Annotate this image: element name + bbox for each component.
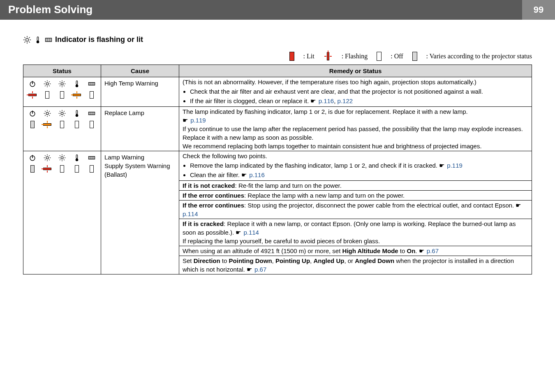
status-bottom-icon: [28, 90, 37, 101]
page-link[interactable]: p.67: [254, 266, 266, 273]
legend-flash-swatch: [324, 51, 333, 61]
remedy-line: If the error continues: Replace the lamp…: [183, 191, 528, 200]
status-bottom-icon: [75, 121, 79, 130]
svg-line-53: [49, 115, 50, 116]
status-top-icon: [58, 80, 66, 88]
status-cell: [23, 107, 101, 151]
status-top-icon: [88, 154, 96, 162]
svg-line-62: [64, 115, 65, 116]
page-link[interactable]: p.119: [190, 117, 206, 124]
svg-rect-37: [76, 81, 77, 85]
page-link[interactable]: p.122: [338, 97, 353, 104]
svg-point-84: [61, 157, 63, 159]
svg-line-92: [64, 155, 65, 156]
status-bottom-icon: [90, 91, 94, 101]
status-top-icon: [43, 154, 51, 162]
page-link[interactable]: p.114: [243, 229, 259, 236]
remedy-line: If the error continues: Stop using the p…: [183, 201, 528, 218]
status-top-icon: [28, 154, 37, 162]
svg-point-75: [46, 157, 49, 159]
status-top-icon: [28, 80, 37, 88]
status-bottom-icon: [60, 91, 64, 101]
svg-line-63: [60, 115, 60, 116]
remedy-cell: The lamp indicated by flashing indicator…: [179, 107, 532, 151]
svg-line-90: [64, 159, 65, 160]
page-link[interactable]: p.116: [249, 171, 265, 178]
remedy-cell: If it is cracked: Replace it with a new …: [179, 219, 532, 246]
remedy-cell: Check the following two points.Remove th…: [179, 151, 532, 181]
status-top-icon: [73, 80, 81, 88]
status-bottom-icon: [72, 90, 82, 101]
remedy-line: When using at an altitude of 4921 ft (15…: [183, 247, 528, 255]
remedy-line: If replacing the lamp yourself, be caref…: [183, 237, 528, 245]
status-top-icon: [43, 80, 51, 88]
remedy-line: Check the following two points.: [183, 152, 528, 160]
remedy-line: If you continue to use the lamp after th…: [183, 125, 528, 142]
svg-point-56: [61, 112, 63, 115]
svg-line-89: [60, 155, 60, 156]
remedy-line: (This is not an abnormality. However, if…: [183, 78, 528, 86]
status-bottom-icon: [75, 165, 79, 175]
svg-point-28: [61, 83, 63, 85]
remedy-cell: If the error continues: Replace the lamp…: [179, 191, 532, 201]
page-link[interactable]: p.119: [447, 162, 462, 169]
svg-line-61: [60, 111, 60, 112]
section-heading-text: Indicator is flashing or lit: [55, 35, 143, 44]
svg-point-66: [76, 114, 79, 117]
remedy-line: We recommend replacing both lamps togeth…: [183, 142, 528, 150]
svg-line-24: [45, 81, 46, 82]
cause-cell: Lamp WarningSupply System Warning (Balla…: [101, 151, 179, 274]
legend-varies-label: : Varies according to the projector stat…: [426, 53, 532, 60]
legend-flashing-label: : Flashing: [342, 53, 368, 60]
status-top-icon: [73, 109, 81, 118]
cause-cell: High Temp Warning: [101, 77, 179, 107]
page-link[interactable]: p.116: [319, 97, 334, 104]
svg-line-55: [49, 111, 50, 112]
svg-line-82: [45, 159, 46, 160]
svg-line-52: [45, 111, 46, 112]
status-top-icon: [58, 154, 66, 162]
cause-cell: Replace Lamp: [101, 107, 179, 151]
legend-lit-swatch: [289, 52, 294, 61]
svg-point-19: [46, 83, 49, 85]
svg-line-36: [64, 81, 65, 82]
status-bottom-icon: [90, 121, 94, 130]
svg-point-0: [26, 38, 29, 41]
svg-rect-9: [37, 37, 38, 41]
legend-lit-label: : Lit: [303, 53, 314, 60]
svg-line-33: [60, 81, 60, 82]
svg-line-26: [45, 85, 46, 86]
remedy-cell: When using at an altitude of 4921 ft (15…: [179, 246, 532, 256]
legend: : Lit : Flashing : Off : Varies accordin…: [23, 51, 532, 61]
svg-line-91: [60, 159, 60, 160]
svg-line-80: [45, 155, 46, 156]
status-top-icon: [58, 109, 66, 118]
svg-line-34: [64, 85, 65, 86]
remedy-line: If it is not cracked: Re-fit the lamp an…: [183, 181, 528, 190]
status-top-icon: [73, 154, 81, 162]
table-row: Replace LampThe lamp indicated by flashi…: [23, 107, 532, 151]
svg-point-10: [37, 40, 39, 43]
remedy-line: The lamp indicated by flashing indicator…: [183, 107, 528, 125]
svg-rect-93: [76, 155, 77, 159]
legend-off-label: : Off: [391, 53, 403, 60]
content-area: Indicator is flashing or lit : Lit : Fla…: [0, 20, 555, 279]
status-bottom-icon: [30, 165, 35, 175]
svg-line-64: [64, 111, 65, 112]
page-link[interactable]: p.67: [427, 247, 439, 254]
legend-off-swatch: [377, 52, 382, 61]
status-bottom-icon: [42, 164, 52, 175]
svg-rect-65: [76, 111, 77, 114]
page-link[interactable]: p.114: [183, 210, 198, 217]
remedy-cell: (This is not an abnormality. However, if…: [179, 77, 532, 107]
svg-point-38: [76, 85, 79, 88]
sun-icon: [23, 36, 31, 44]
remedy-line: Set Direction to Pointing Down, Pointing…: [183, 256, 528, 274]
svg-line-35: [60, 85, 60, 86]
status-top-icon: [88, 109, 96, 118]
remedy-bullet: If the air filter is clogged, clean or r…: [190, 97, 528, 105]
status-top-icon: [28, 109, 37, 118]
status-table: Status Cause Remedy or Status High Temp …: [23, 65, 532, 274]
svg-point-94: [76, 159, 79, 161]
filter-icon: [44, 36, 53, 44]
